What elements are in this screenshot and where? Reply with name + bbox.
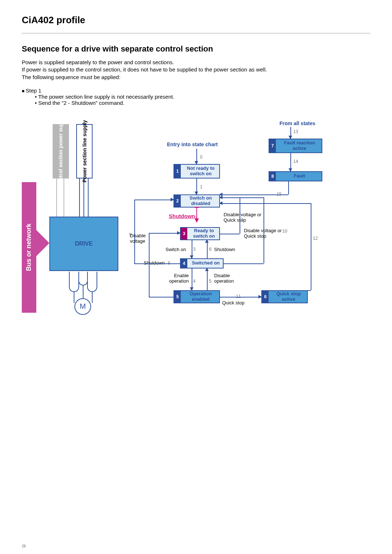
wire: [56, 178, 57, 217]
transition-number: 12: [313, 236, 318, 241]
state-quick-stop-active: 6 Quick stop active: [261, 290, 308, 303]
state-not-ready: 1 Not ready to switch on: [173, 164, 220, 178]
state-text: Operation enabled: [182, 291, 219, 302]
edge-label: Shutdown: [214, 247, 235, 252]
arrow-icon: [190, 287, 193, 291]
step-bullet: Send the "2 - Shutdown" command.: [35, 100, 370, 106]
edge-label: Disable voltage or Quick stop: [224, 212, 264, 223]
bus-label: Bus or network: [25, 223, 33, 271]
arrow-icon: [196, 208, 197, 219]
state-switch-on-disabled: 2 Switch on disabled: [173, 194, 220, 208]
state-text: Switch on disabled: [182, 196, 219, 206]
state-number: 8: [269, 172, 276, 181]
shutdown-command-label: Shutdown2: [169, 213, 197, 220]
edge: [149, 233, 180, 234]
edge-label: Quick stop: [222, 300, 244, 305]
edge-label: Shutdown: [144, 260, 165, 266]
wire: [64, 178, 64, 217]
arrow-icon: [219, 201, 222, 205]
entry-label: Entry into state chart: [167, 141, 218, 147]
state-number: 1: [174, 165, 181, 178]
state-text: Ready to switch on: [189, 228, 219, 239]
arrow-icon: [289, 136, 292, 139]
arrow-icon: [171, 198, 174, 201]
edge-label: Enable operation: [166, 273, 189, 284]
edge-label: Disable voltage or Quick stop: [244, 228, 284, 239]
page-number: 28: [22, 544, 26, 548]
edge-label: Switch on: [166, 247, 186, 252]
arrow-icon: [195, 161, 198, 164]
wire: [92, 292, 93, 303]
transition-number: 15: [277, 192, 281, 197]
edge: [220, 203, 311, 204]
edge: [149, 297, 173, 297]
intro-line: Power is supplied separately to the powe…: [22, 59, 370, 66]
wire: [83, 286, 83, 299]
state-number: 5: [174, 291, 181, 303]
wire: [79, 178, 80, 217]
arrow-icon: [205, 268, 209, 271]
drive-box: DRIVE: [49, 217, 118, 271]
page-title: CiA402 profile: [22, 15, 370, 26]
edge: [192, 268, 192, 290]
transition-number: 3: [193, 247, 196, 252]
step-heading: Step 1: [22, 87, 370, 94]
state-operation-enabled: 5 Operation enabled: [173, 290, 220, 303]
edge: [207, 240, 208, 258]
wire: [88, 178, 89, 217]
wire: [74, 292, 74, 303]
power-supply-box: Power section line supply: [76, 124, 93, 178]
arrow-icon: [177, 231, 180, 235]
wire: [78, 272, 88, 286]
motor-label: M: [80, 302, 86, 311]
arrow-icon: [195, 192, 198, 195]
state-text: Fault reaction active: [277, 140, 322, 151]
step-bullet: The power section line supply is not nec…: [35, 94, 370, 100]
state-diagram: Bus or network Control section power sup…: [22, 120, 327, 324]
edge: [134, 200, 173, 200]
transition-number: 10: [282, 229, 287, 234]
edge: [288, 181, 289, 194]
edge-label: Disable operation: [214, 273, 240, 284]
transition-number: 5: [209, 279, 212, 284]
power-supply-label: Power section line supply: [82, 120, 87, 182]
wire: [83, 178, 84, 217]
state-text: Fault: [277, 173, 322, 179]
transition-number: 9: [129, 232, 132, 237]
transition-number: 7: [241, 218, 244, 223]
edge: [224, 263, 264, 264]
edge: [134, 263, 180, 264]
arrow-icon: [190, 255, 193, 259]
edge-label: Disable voltage: [130, 233, 149, 244]
edge: [308, 290, 311, 291]
motor-symbol: M: [74, 298, 91, 315]
transition-number: 4: [193, 279, 196, 284]
transition-number: 11: [236, 294, 241, 299]
transition-number: 6: [209, 247, 212, 252]
state-ready-to-switch-on: 3 Ready to switch on: [180, 227, 220, 240]
arrow-icon: [219, 193, 222, 196]
edge: [134, 200, 135, 263]
divider: [22, 33, 370, 33]
edge: [207, 268, 208, 290]
state-number: 7: [269, 139, 276, 152]
arrow-icon: [195, 218, 199, 223]
transition-number: 0: [200, 155, 203, 160]
arrow-icon: [289, 168, 292, 172]
edge: [220, 234, 240, 234]
intro-line: The following sequence must be applied:: [22, 74, 370, 81]
transition-number: 8: [168, 260, 170, 266]
intro-line: If power is supplied to the control sect…: [22, 66, 370, 73]
state-text: Switched on: [189, 260, 223, 266]
wire: [87, 272, 97, 292]
state-fault: 8 Fault: [269, 171, 322, 181]
bus-arrow-icon: [36, 230, 49, 256]
state-number: 6: [262, 291, 269, 303]
from-all-states-label: From all states: [279, 120, 315, 126]
control-supply-box: Control section power supply: [53, 124, 69, 178]
transition-number: 13: [293, 129, 298, 134]
state-number: 2: [174, 195, 181, 207]
state-text: Quick stop active: [270, 291, 307, 302]
state-number: 3: [181, 228, 187, 239]
state-switched-on: 4 Switched on: [180, 258, 224, 268]
